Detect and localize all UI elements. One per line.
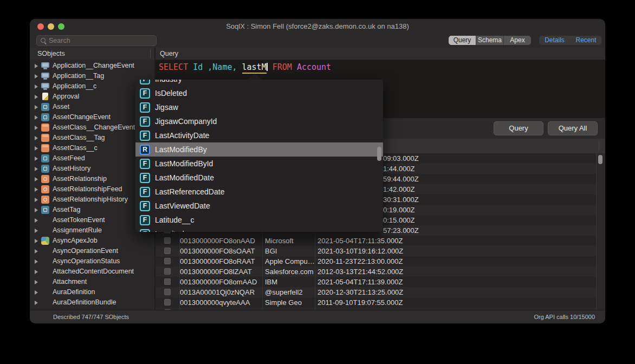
disclosure-triangle-icon[interactable] — [35, 270, 38, 274]
tab-schema[interactable]: Schema — [476, 36, 504, 45]
tab-apex[interactable]: Apex — [504, 36, 531, 45]
monitor-icon — [41, 72, 49, 80]
disclosure-triangle-icon[interactable] — [35, 95, 38, 99]
disclosure-triangle-icon[interactable] — [35, 249, 38, 253]
disclosure-triangle-icon[interactable] — [35, 84, 38, 89]
disclosure-triangle-icon[interactable] — [35, 105, 38, 109]
results-scrollbar[interactable] — [596, 153, 605, 310]
row-checkbox[interactable] — [164, 258, 171, 264]
autocomplete-item-longitude__c[interactable]: FLongitude__c — [135, 227, 383, 232]
row-checkbox[interactable] — [164, 289, 171, 295]
asset-icon — [41, 206, 49, 214]
cell-name: Salesforce.com — [265, 266, 315, 277]
autocomplete-popup: FIndustryFIsDeletedFJigsawFJigsawCompany… — [135, 80, 383, 232]
disclosure-triangle-icon[interactable] — [35, 239, 38, 243]
table-row[interactable]: 0013A00001Qj0zNQAR@superfell22020-12-30T… — [155, 287, 596, 297]
autocomplete-item-latitude__c[interactable]: FLatitude__c — [135, 213, 383, 227]
row-checkbox[interactable] — [164, 248, 171, 254]
autocomplete-item-jigsawcompanyid[interactable]: FJigsawCompanyId — [135, 114, 383, 128]
disclosure-triangle-icon[interactable] — [35, 218, 38, 223]
sidebar-item-auradefinitionbundle[interactable]: AuraDefinitionBundle — [30, 297, 154, 308]
field-icon: F — [140, 102, 150, 113]
row-checkbox[interactable] — [164, 278, 171, 285]
query-all-button[interactable]: Query All — [548, 121, 598, 135]
disclosure-triangle-icon[interactable] — [35, 208, 38, 212]
autocomplete-item-label: LastModifiedDate — [155, 171, 214, 185]
table-row[interactable]: 0013000000FO8onAADMicrosoft2021-05-04T17… — [155, 236, 596, 246]
tab-query[interactable]: Query — [449, 36, 476, 45]
autocomplete-item-label: Longitude__c — [155, 227, 200, 232]
sidebar-item-label: Application__Tag — [53, 71, 104, 81]
table-row[interactable]: 0013000000FO8lZAATSalesforce.com2012-03-… — [155, 266, 596, 277]
sidebar-item-asyncoperationevent[interactable]: AsyncOperationEvent — [30, 246, 154, 256]
autocomplete-item-label: LastActivityDate — [155, 128, 209, 142]
row-checkbox[interactable] — [164, 268, 171, 275]
token-plain — [237, 62, 242, 72]
disclosure-triangle-icon[interactable] — [35, 259, 38, 264]
cell-modified-date: 0:19.000Z — [383, 205, 589, 215]
autocomplete-item-lastmodifiedbyid[interactable]: FLastModifiedById — [135, 157, 383, 171]
sidebar-item-attachment[interactable]: Attachment — [30, 277, 154, 287]
token-field: Id — [193, 62, 203, 72]
disclosure-triangle-icon[interactable] — [35, 167, 38, 171]
disclosure-triangle-icon[interactable] — [35, 74, 38, 79]
table-row[interactable]: 0013000000FO8oRAATApple Compu…2020-11-23… — [155, 256, 596, 266]
cell-modified-date: 2021-05-04T17:11:35.000Z — [318, 236, 588, 246]
sidebar-item-label: AttachedContentDocument — [53, 266, 134, 277]
disclosure-triangle-icon[interactable] — [35, 146, 38, 151]
field-icon: F — [140, 229, 150, 232]
title-bar: SoqlX : Simon Fell (sforce2@zaks.demon.c… — [30, 19, 605, 34]
autocomplete-item-lastvieweddate[interactable]: FLastViewedDate — [135, 199, 383, 213]
sidebar-item-asyncoperationstatus[interactable]: AsyncOperationStatus — [30, 256, 154, 266]
autocomplete-item-lastmodifiedby[interactable]: RLastModifiedBy — [135, 142, 383, 157]
search-input[interactable]: Search — [36, 35, 157, 46]
disclosure-triangle-icon[interactable] — [35, 198, 38, 202]
sidebar-item-attachedcontentdocument[interactable]: AttachedContentDocument — [30, 266, 154, 277]
column-divider — [315, 266, 315, 277]
row-checkbox[interactable] — [164, 237, 171, 244]
disclosure-triangle-icon[interactable] — [35, 64, 38, 68]
row-checkbox[interactable] — [164, 299, 171, 306]
cell-modified-date: 1:42.000Z — [383, 184, 589, 194]
sidebar-item-label: AuraDefinitionBundle — [53, 297, 116, 308]
sidebar-item-label: AsyncOperationEvent — [53, 246, 118, 256]
autocomplete-item-jigsaw[interactable]: FJigsaw — [135, 100, 383, 114]
disclosure-triangle-icon[interactable] — [35, 187, 38, 192]
disclosure-triangle-icon[interactable] — [35, 115, 38, 120]
field-icon: F — [140, 88, 150, 99]
table-row[interactable]: 0013000000FO8sOAATBGI2021-03-10T19:16:12… — [155, 246, 596, 256]
token-keyword: FROM — [273, 62, 292, 72]
sidebar-item-label: AssetFeed — [53, 153, 85, 164]
cell-modified-date: 2012-03-13T21:44:52.000Z — [318, 266, 588, 277]
disclosure-triangle-icon[interactable] — [35, 301, 38, 305]
results-scrollbar-thumb[interactable] — [598, 155, 602, 164]
autocomplete-item-label: Latitude__c — [155, 213, 194, 227]
query-button[interactable]: Query — [494, 121, 543, 135]
sidebar-item-auradefinition[interactable]: AuraDefinition — [30, 287, 154, 297]
table-row[interactable]: 0013000000FO8omAADIBM2021-05-04T17:11:39… — [155, 277, 596, 287]
autocomplete-item-lastmodifieddate[interactable]: FLastModifiedDate — [135, 171, 383, 185]
autocomplete-item-lastactivitydate[interactable]: FLastActivityDate — [135, 128, 383, 142]
disclosure-triangle-icon[interactable] — [35, 136, 38, 140]
sidebar-item-application__changeevent[interactable]: Application__ChangeEvent — [30, 61, 154, 71]
autocomplete-scrollbar-thumb[interactable] — [377, 147, 381, 161]
disclosure-triangle-icon[interactable] — [35, 157, 38, 161]
disclosure-triangle-icon[interactable] — [35, 280, 38, 284]
toggle-details-button[interactable]: Details — [539, 36, 571, 45]
disclosure-triangle-icon[interactable] — [35, 126, 38, 130]
toggle-recent-button[interactable]: Recent — [571, 36, 601, 45]
column-divider — [262, 246, 263, 256]
table-row[interactable]: 0013000000qvyteAAASimple Geo2011-09-10T1… — [155, 297, 596, 308]
disclosure-triangle-icon[interactable] — [35, 177, 38, 181]
autocomplete-item-industry[interactable]: FIndustry — [135, 80, 383, 86]
autocomplete-item-lastreferenceddate[interactable]: FLastReferencedDate — [135, 185, 383, 199]
autocomplete-item-isdeleted[interactable]: FIsDeleted — [135, 86, 383, 100]
token-field: ,Name, — [208, 62, 237, 72]
disclosure-triangle-icon[interactable] — [35, 290, 38, 295]
sidebar-item-label: AssetRelationship — [53, 174, 107, 184]
sidebar-item-label: AssetHistory — [53, 164, 90, 174]
sidebar-item-asyncapexjob[interactable]: AsyncApexJob — [30, 236, 154, 246]
disclosure-triangle-icon[interactable] — [35, 229, 38, 233]
cell-name: Microsoft — [265, 236, 315, 246]
cell-modified-date: 09:03.000Z — [383, 153, 589, 164]
